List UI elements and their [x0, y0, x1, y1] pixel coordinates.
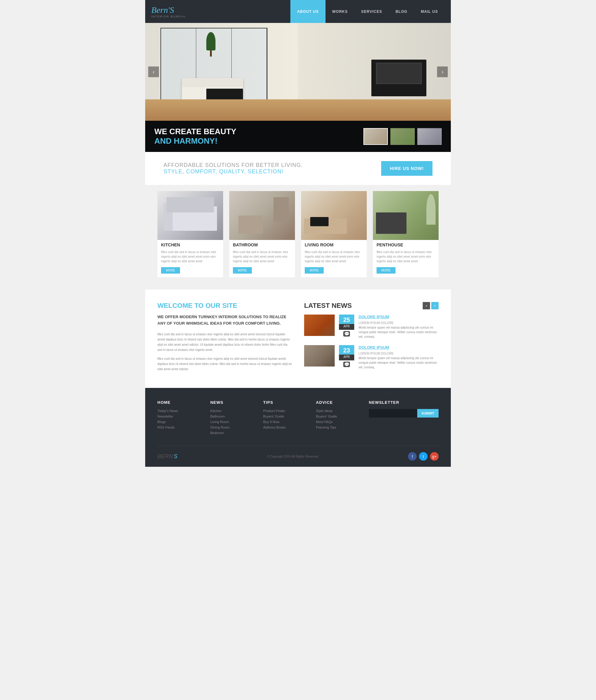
news-thumb-2 — [303, 315, 332, 334]
room-cards-section: KITCHEN Mes curil dia sed in lacus ut en… — [145, 175, 451, 269]
slider-title-block: WE CREATE BEAUTY AND HARMONY! — [157, 118, 244, 136]
nav-services[interactable]: SERVICES — [354, 0, 389, 23]
footer-newsletter-title: NEWSLETTER — [371, 373, 445, 377]
slider-room-bg: ❮ ❯ — [151, 26, 445, 111]
nav-mail[interactable]: MAIL US — [414, 0, 445, 23]
social-facebook-icon[interactable]: f — [417, 419, 425, 427]
footer-columns: HOME Today's News Newsletter Blogs RSS F… — [151, 373, 445, 405]
footer-link-news-dining[interactable]: Dining Room — [206, 396, 255, 399]
slider-wrapper: ❮ ❯ WE CREATE BEAUTY AND HARMONY! — [151, 26, 445, 143]
news-title-row: LATEST NEWS ❮ ❯ — [303, 278, 445, 285]
news-next-button[interactable]: ❯ — [438, 278, 445, 285]
nav-blog[interactable]: BLOG — [389, 0, 414, 23]
card-kitchen-text: Mes curil dia sed in lacus ut eniasec ei… — [155, 236, 217, 246]
nav-about[interactable]: ABOUT US — [290, 0, 325, 23]
footer-link-news-living[interactable]: Living Room — [206, 391, 255, 394]
slider-caption: WE CREATE BEAUTY AND HARMONY! — [151, 111, 445, 143]
slider-section: ❮ ❯ WE CREATE BEAUTY AND HARMONY! — [145, 23, 451, 143]
footer-link-buyers-guide-advice[interactable]: Buyers' Guide — [316, 386, 365, 389]
social-icons: f t g+ — [417, 419, 445, 427]
news-item-body-1: Morbi tempor quam vel massa adipiscing u… — [351, 298, 445, 307]
card-bathroom-more-button[interactable]: MORE — [230, 249, 249, 255]
site-header: Bern'S INTERIOR BUREAU ABOUT US WORKS SE… — [145, 0, 451, 23]
card-living-room: LIVING ROOM Mes curil dia sed in lacus u… — [300, 178, 370, 260]
news-month-1: APR — [338, 296, 345, 299]
footer-link-buyers-guide-tips[interactable]: Buyers' Guide — [261, 386, 310, 389]
slider-arrow-right[interactable]: ❯ — [434, 63, 445, 74]
news-comment-icon-1: 💬 — [340, 300, 343, 303]
slider-thumbnails — [364, 119, 439, 135]
card-penthouse-body: PENTHOUSE Mes curil dia sed in lacus ut … — [375, 225, 445, 260]
slider-arrow-left[interactable]: ❮ — [151, 63, 162, 74]
news-item-2: 23 APR 💬 DOLORE IPSUM LOREM IPSUM DOLORE… — [303, 315, 445, 334]
footer-col-tips: TIPS Product Finder Buyers' Guide Buy it… — [261, 373, 310, 405]
newsletter-form: SUBMIT — [371, 381, 445, 389]
logo-text: Bern'S — [151, 4, 186, 16]
news-date-1: 25 APR 💬 — [335, 289, 348, 305]
logo[interactable]: Bern'S INTERIOR BUREAU — [151, 4, 186, 19]
footer-link-blogs[interactable]: Blogs — [151, 391, 200, 394]
slider-thumb-3[interactable] — [415, 119, 439, 135]
card-kitchen-body: KITCHEN Mes curil dia sed in lacus ut en… — [151, 225, 221, 260]
card-penthouse-more-button[interactable]: MORE — [379, 249, 398, 255]
footer-bottom: BERN'S © 2024 ALL RIGHTS RESERVED f t g+ — [151, 415, 445, 427]
card-living-more-button[interactable]: MORE — [305, 249, 324, 255]
footer-link-product-finder[interactable]: Product Finder — [261, 381, 310, 384]
nav-works[interactable]: WORKS — [325, 0, 354, 23]
card-bathroom-text: Mes curil dia sed in lacus ut eniasec ei… — [230, 236, 292, 246]
footer-link-news-bathroom[interactable]: Bathroom — [206, 386, 255, 389]
site-footer: HOME Today's News Newsletter Blogs RSS F… — [145, 364, 451, 433]
slider-thumb-1[interactable] — [364, 119, 387, 135]
tv-unit — [366, 67, 430, 83]
footer-link-newsletter[interactable]: Newsletter — [151, 386, 200, 389]
news-item-title-2[interactable]: DOLORE IPSUM — [351, 315, 445, 319]
footer-link-buy-now[interactable]: Buy it Now — [261, 391, 310, 394]
footer-col-home: HOME Today's News Newsletter Blogs RSS F… — [151, 373, 200, 405]
tv-screen — [370, 69, 425, 81]
footer-link-planning-tips[interactable]: Planning Tips — [316, 396, 365, 399]
footer-link-address-books[interactable]: Address Books — [261, 396, 310, 399]
footer-advice-title: ADVICE — [316, 373, 365, 377]
footer-col-advice: ADVICE Style Ideas Buyers' Guide Most FA… — [316, 373, 365, 405]
footer-link-news-kitchen[interactable]: Kitchen — [206, 381, 255, 384]
content-section: WELCOME TO OUR SITE WE OFFER MODERN TURN… — [145, 269, 451, 364]
card-kitchen-more-button[interactable]: MORE — [155, 249, 175, 255]
card-kitchen: KITCHEN Mes curil dia sed in lacus ut en… — [151, 178, 221, 260]
newsletter-submit-button[interactable]: SUBMIT — [423, 381, 445, 389]
tagline-text-block: AFFORDABLE SOLUTIONS FOR BETTER LIVING. … — [151, 152, 291, 165]
card-kitchen-title: KITCHEN — [155, 229, 217, 234]
logo-subtitle: INTERIOR BUREAU — [151, 16, 186, 19]
card-living-title: LIVING ROOM — [305, 229, 366, 234]
news-nav: ❮ ❯ — [431, 278, 445, 285]
footer-link-todays-news[interactable]: Today's News — [151, 381, 200, 384]
card-kitchen-image — [151, 178, 221, 225]
news-item-sub-2: LOREM IPSUM DOLORE — [351, 319, 445, 322]
welcome-title: WELCOME TO OUR SITE — [151, 278, 293, 285]
news-title-text: LATEST NEWS — [303, 278, 345, 285]
welcome-column: WELCOME TO OUR SITE WE OFFER MODERN TURN… — [151, 278, 293, 355]
news-content-1: DOLORE IPSUM LOREM IPSUM DOLORE Morbi te… — [351, 289, 445, 307]
news-item-title-1[interactable]: DOLORE IPSUM — [351, 289, 445, 294]
plant-decoration — [424, 34, 436, 53]
social-googleplus-icon[interactable]: g+ — [437, 419, 445, 427]
slider-title-sub: AND HARMONY! — [157, 127, 244, 136]
card-living-image — [300, 178, 370, 225]
news-column: LATEST NEWS ❮ ❯ 25 APR 💬 DOLORE IPSUM LO… — [303, 278, 445, 355]
social-twitter-icon[interactable]: t — [427, 419, 435, 427]
hire-us-button[interactable]: HIRE US NOW! — [396, 152, 445, 165]
slider-thumb-2[interactable] — [389, 119, 413, 135]
card-penthouse: PENTHOUSE Mes curil dia sed in lacus ut … — [375, 178, 445, 260]
footer-link-rss[interactable]: RSS Feeds — [151, 396, 200, 399]
news-content-2: DOLORE IPSUM LOREM IPSUM DOLORE Morbi te… — [351, 315, 445, 332]
main-nav: ABOUT US WORKS SERVICES BLOG MAIL US — [290, 0, 445, 23]
card-penthouse-title: PENTHOUSE — [379, 229, 441, 234]
newsletter-email-input[interactable] — [371, 381, 421, 389]
card-penthouse-text: Mes curil dia sed in lacus ut eniasec ei… — [379, 236, 441, 246]
room-floor — [151, 82, 445, 111]
card-bathroom-title: BATHROOM — [230, 229, 292, 234]
slider-title-main: WE CREATE BEAUTY — [157, 118, 244, 127]
news-prev-button[interactable]: ❮ — [431, 278, 438, 285]
footer-link-style-ideas[interactable]: Style Ideas — [316, 381, 365, 384]
footer-link-news-bedroom[interactable]: Bedroom — [206, 400, 255, 404]
footer-link-most-faqs[interactable]: Most FAQs — [316, 391, 365, 394]
